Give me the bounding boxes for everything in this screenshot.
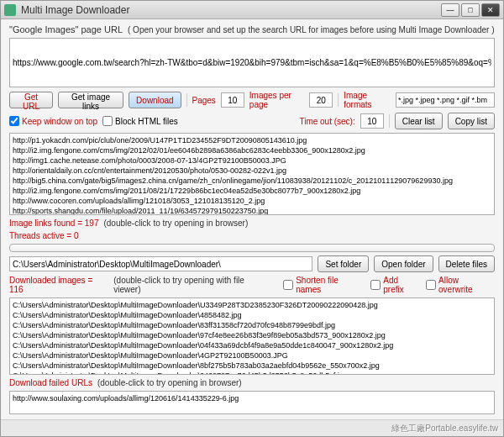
links-list[interactable]: http://p1.yokacdn.com/pic/club/one/2009/… bbox=[9, 133, 495, 215]
titlebar: Multi Image Downloader — □ ✕ bbox=[1, 1, 503, 19]
formats-input[interactable] bbox=[396, 92, 495, 108]
failed-label: Download failed URLs bbox=[9, 378, 92, 387]
download-button[interactable]: Download bbox=[129, 92, 181, 108]
page-url-label: "Google Images" page URL bbox=[9, 24, 123, 34]
keep-top-checkbox[interactable] bbox=[9, 116, 19, 126]
pages-input[interactable] bbox=[221, 92, 244, 108]
clear-list-button[interactable]: Clear list bbox=[395, 113, 443, 129]
keep-top-label: Keep window on top bbox=[22, 117, 97, 126]
block-html-checkbox[interactable] bbox=[102, 116, 113, 126]
shorten-checkbox[interactable] bbox=[283, 280, 293, 290]
links-found-hint: (double-click to try opening in browser) bbox=[103, 218, 248, 228]
list-item[interactable]: C:\Users\Administrator\Desktop\MultiImag… bbox=[13, 371, 491, 375]
overwrite-checkbox[interactable] bbox=[426, 280, 436, 290]
downloaded-hint: (double-click to try opening with file v… bbox=[113, 276, 273, 294]
list-item[interactable]: http://www.soulaxing.com/uploads/allimg/… bbox=[13, 393, 491, 403]
progress-bar bbox=[9, 244, 495, 252]
open-folder-button[interactable]: Open folder bbox=[374, 255, 433, 272]
prefix-label: Add prefix bbox=[383, 276, 421, 294]
list-item[interactable]: C:\Users\Administrator\Desktop\MultiImag… bbox=[13, 320, 491, 330]
list-item[interactable]: http://img1.cache.netease.com/photo/0003… bbox=[13, 155, 491, 166]
page-url-hint: ( Open your browser and set up the searc… bbox=[128, 25, 495, 34]
window-title: Multi Image Downloader bbox=[21, 4, 441, 16]
get-url-button[interactable]: Get URL bbox=[9, 92, 53, 108]
url-input[interactable] bbox=[9, 38, 495, 87]
set-folder-button[interactable]: Set folder bbox=[318, 255, 369, 272]
list-item[interactable]: C:\Users\Administrator\Desktop\MultiImag… bbox=[13, 330, 491, 340]
get-image-links-button[interactable]: Get image links bbox=[58, 92, 123, 108]
delete-files-button[interactable]: Delete files bbox=[438, 255, 495, 272]
failed-hint: (double-click to try opening in browser) bbox=[97, 378, 242, 387]
maximize-button[interactable]: □ bbox=[461, 3, 480, 17]
close-button[interactable]: ✕ bbox=[481, 3, 500, 17]
shorten-label: Shorten file names bbox=[296, 276, 365, 294]
downloaded-list[interactable]: C:\Users\Administrator\Desktop\MultiImag… bbox=[9, 297, 495, 375]
folder-input[interactable] bbox=[9, 256, 312, 271]
timeout-input[interactable] bbox=[360, 113, 384, 129]
minimize-button[interactable]: — bbox=[441, 3, 459, 17]
ipp-label: Images per page bbox=[249, 91, 305, 109]
block-html-label: Block HTML files bbox=[115, 117, 178, 126]
overwrite-label: Allow overwrite bbox=[438, 276, 495, 294]
prefix-checkbox[interactable] bbox=[370, 280, 381, 290]
failed-list[interactable]: http://www.soulaxing.com/uploads/allimg/… bbox=[9, 391, 495, 414]
downloaded-label: Downloaded images = 116 bbox=[9, 276, 108, 294]
list-item[interactable]: C:\Users\Administrator\Desktop\MultiImag… bbox=[13, 340, 491, 350]
watermark: 綠色工廠Portable.easylife.tw bbox=[391, 423, 498, 434]
list-item[interactable]: C:\Users\Administrator\Desktop\MultiImag… bbox=[13, 300, 491, 310]
list-item[interactable]: http://i2.img.fengone.com/cms/img/2011/0… bbox=[13, 186, 491, 196]
list-item[interactable]: C:\Users\Administrator\Desktop\MultiImag… bbox=[13, 361, 491, 371]
list-item[interactable]: C:\Users\Administrator\Desktop\MultiImag… bbox=[13, 310, 491, 320]
formats-label: Image formats bbox=[344, 91, 391, 109]
list-item[interactable]: http://sports.shangdu.com/file/upload/20… bbox=[13, 206, 491, 215]
pages-label: Pages bbox=[192, 96, 215, 105]
list-item[interactable]: http://orientaldaily.on.cc/cnt/entertain… bbox=[13, 166, 491, 176]
copy-list-button[interactable]: Copy list bbox=[448, 113, 495, 129]
list-item[interactable]: http://big5.china.com/gate/big5/images2.… bbox=[13, 176, 491, 186]
list-item[interactable]: C:\Users\Administrator\Desktop\MultiImag… bbox=[13, 350, 491, 361]
timeout-label: Time out (sec): bbox=[299, 117, 354, 126]
list-item[interactable]: http://www.cocoren.com/uploads/allimg/12… bbox=[13, 196, 491, 206]
list-item[interactable]: http://p1.yokacdn.com/pic/club/one/2009/… bbox=[13, 135, 491, 145]
ipp-input[interactable] bbox=[309, 92, 333, 108]
list-item[interactable]: http://i2.img.fengone.com/cms/img/2012/0… bbox=[13, 145, 491, 155]
links-found-label: Image links found = 197 bbox=[9, 218, 98, 228]
threads-label: Threads active = 0 bbox=[9, 231, 79, 240]
app-icon bbox=[4, 4, 16, 16]
